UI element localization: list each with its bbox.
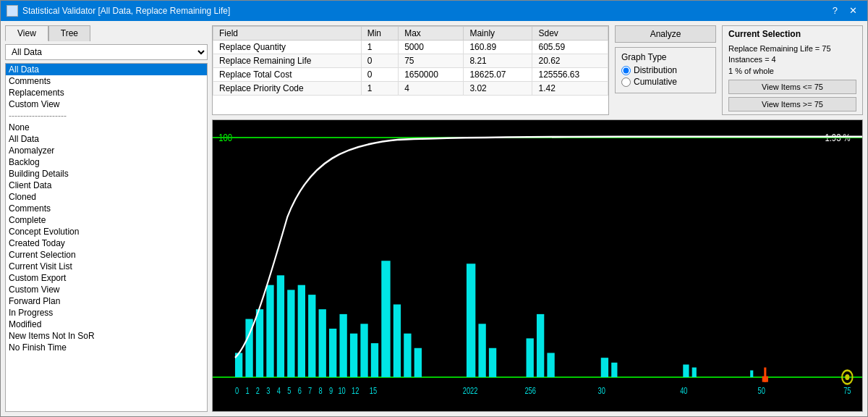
table-row[interactable]: Replace Remaining Life0758.2120.62 bbox=[213, 54, 608, 68]
svg-text:75: 75 bbox=[843, 386, 851, 395]
list-item[interactable]: None bbox=[6, 122, 207, 133]
list-item[interactable]: In Progress bbox=[6, 307, 207, 319]
svg-rect-29 bbox=[601, 358, 608, 377]
main-window: Statistical Validator [All Data, Replace… bbox=[0, 0, 868, 417]
cell-max: 5000 bbox=[399, 41, 464, 54]
list-item[interactable]: Anomalyzer bbox=[6, 145, 207, 156]
svg-rect-28 bbox=[547, 353, 554, 377]
list-item[interactable]: Custom View bbox=[6, 284, 207, 295]
stats-table-wrapper: Field Min Max Mainly Sdev Replace Quanti… bbox=[212, 25, 609, 115]
svg-point-37 bbox=[845, 374, 849, 380]
svg-text:40: 40 bbox=[680, 386, 687, 395]
svg-rect-24 bbox=[478, 324, 485, 377]
svg-rect-25 bbox=[489, 348, 496, 377]
svg-rect-11 bbox=[298, 285, 305, 377]
cell-field: Replace Quantity bbox=[213, 41, 362, 54]
list-item[interactable]: Backlog bbox=[6, 156, 207, 168]
svg-rect-32 bbox=[692, 368, 697, 377]
list-item[interactable]: Created Today bbox=[6, 237, 207, 249]
svg-rect-23 bbox=[467, 264, 475, 377]
cell-field: Replace Remaining Life bbox=[213, 54, 362, 68]
tab-bar: View Tree bbox=[5, 25, 208, 41]
current-selection-panel: Current Selection Replace Remaining Life… bbox=[722, 25, 863, 115]
svg-rect-10 bbox=[287, 290, 294, 378]
cumulative-label: Cumulative bbox=[634, 77, 677, 87]
cell-sdev: 1.42 bbox=[532, 82, 608, 96]
view-gte-button[interactable]: View Items >= 75 bbox=[728, 97, 856, 111]
cell-sdev: 605.59 bbox=[532, 41, 608, 54]
cell-mainly: 3.02 bbox=[464, 82, 532, 96]
list-item[interactable]: Forward Plan bbox=[6, 295, 207, 307]
svg-rect-7 bbox=[256, 309, 263, 377]
col-field: Field bbox=[213, 27, 362, 41]
svg-text:8: 8 bbox=[319, 386, 323, 395]
list-item[interactable]: Modified bbox=[6, 319, 207, 330]
list-item[interactable]: No Finish Time bbox=[6, 342, 207, 353]
list-item[interactable]: Comments bbox=[6, 203, 207, 214]
cell-field: Replace Priority Code bbox=[213, 82, 362, 96]
app-icon bbox=[7, 5, 18, 17]
svg-text:2: 2 bbox=[256, 386, 260, 395]
list-item[interactable]: Cloned bbox=[6, 191, 207, 203]
svg-rect-19 bbox=[381, 261, 390, 377]
svg-rect-35 bbox=[762, 376, 768, 382]
list-item[interactable]: Custom Export bbox=[6, 272, 207, 284]
radio-cumulative[interactable]: Cumulative bbox=[621, 77, 710, 87]
list-item[interactable]: Complete bbox=[6, 214, 207, 226]
selection-line2: Instances = 4 bbox=[728, 54, 856, 65]
cell-max: 1650000 bbox=[399, 68, 464, 82]
selection-line1: Replace Remaining Life = 75 bbox=[728, 43, 856, 54]
cell-field: Replace Total Cost bbox=[213, 68, 362, 82]
current-selection-title: Current Selection bbox=[728, 29, 856, 39]
list-item[interactable]: All Data bbox=[6, 64, 207, 75]
title-bar-left: Statistical Validator [All Data, Replace… bbox=[7, 5, 230, 17]
svg-rect-9 bbox=[277, 275, 284, 377]
svg-rect-16 bbox=[350, 334, 357, 377]
filter-dropdown[interactable]: All Data bbox=[5, 44, 208, 60]
list-item[interactable]: Comments bbox=[6, 75, 207, 87]
list-item[interactable]: Client Data bbox=[6, 180, 207, 191]
content-area: View Tree All Data All DataCommentsRepla… bbox=[1, 21, 867, 416]
svg-text:2022: 2022 bbox=[463, 386, 478, 395]
table-row[interactable]: Replace Quantity15000160.89605.59 bbox=[213, 41, 608, 54]
svg-rect-8 bbox=[266, 285, 273, 377]
svg-text:15: 15 bbox=[370, 386, 377, 395]
svg-rect-18 bbox=[371, 343, 378, 377]
tab-view[interactable]: View bbox=[5, 25, 48, 41]
cell-sdev: 125556.63 bbox=[532, 68, 608, 82]
title-bar-controls: ? ✕ bbox=[828, 4, 861, 17]
svg-rect-33 bbox=[750, 371, 753, 377]
window-title: Statistical Validator [All Data, Replace… bbox=[22, 6, 230, 16]
analyze-button[interactable]: Analyze bbox=[615, 25, 716, 43]
cell-mainly: 160.89 bbox=[464, 41, 532, 54]
close-button[interactable]: ✕ bbox=[845, 4, 861, 17]
cell-min: 0 bbox=[361, 68, 399, 82]
svg-text:50: 50 bbox=[757, 386, 765, 395]
svg-rect-12 bbox=[308, 295, 315, 377]
list-item[interactable]: All Data bbox=[6, 133, 207, 145]
left-panel: View Tree All Data All DataCommentsRepla… bbox=[5, 25, 208, 412]
list-item[interactable]: Custom View bbox=[6, 98, 207, 110]
list-item[interactable]: New Items Not In SoR bbox=[6, 330, 207, 342]
list-item[interactable]: Replacements bbox=[6, 87, 207, 98]
filter-list[interactable]: All DataCommentsReplacementsCustom View-… bbox=[5, 63, 208, 412]
svg-text:7: 7 bbox=[308, 386, 312, 395]
list-item[interactable]: Concept Evolution bbox=[6, 226, 207, 237]
list-item[interactable]: Current Visit List bbox=[6, 261, 207, 272]
stats-table: Field Min Max Mainly Sdev Replace Quanti… bbox=[213, 26, 608, 96]
list-item[interactable]: Current Selection bbox=[6, 249, 207, 261]
svg-rect-15 bbox=[339, 314, 346, 377]
distribution-label: Distribution bbox=[634, 65, 677, 75]
graph-type-group: Graph Type Distribution Cumulative bbox=[615, 47, 716, 93]
help-button[interactable]: ? bbox=[828, 4, 842, 17]
list-item: -------------------- bbox=[6, 110, 207, 122]
table-row[interactable]: Replace Priority Code143.021.42 bbox=[213, 82, 608, 96]
tab-tree[interactable]: Tree bbox=[48, 25, 90, 41]
list-item[interactable]: Building Details bbox=[6, 168, 207, 180]
svg-text:12: 12 bbox=[352, 386, 359, 395]
cell-mainly: 18625.07 bbox=[464, 68, 532, 82]
svg-text:9: 9 bbox=[329, 386, 333, 395]
radio-distribution[interactable]: Distribution bbox=[621, 65, 710, 75]
table-row[interactable]: Replace Total Cost0165000018625.07125556… bbox=[213, 68, 608, 82]
view-lte-button[interactable]: View Items <= 75 bbox=[728, 80, 856, 94]
